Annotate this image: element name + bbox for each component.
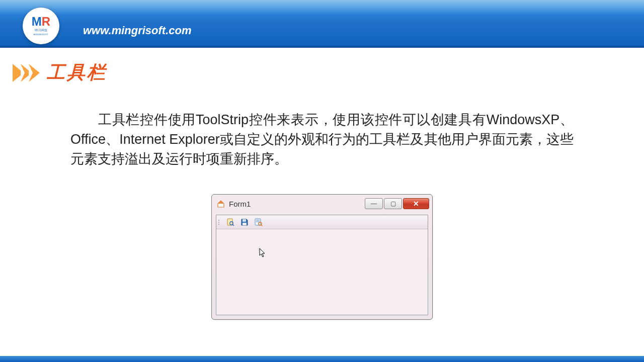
body-text-content: 工具栏控件使用ToolStrip控件来表示，使用该控件可以创建具有Windows… <box>70 112 574 166</box>
brand-logo: MR 明日科技 MINGRISOFT <box>23 8 59 44</box>
svg-line-9 <box>261 225 263 226</box>
svg-line-2 <box>232 224 234 226</box>
svg-rect-4 <box>243 223 247 225</box>
logo-letters: MR <box>32 16 50 28</box>
window-controls: — ▢ ✕ <box>364 198 429 209</box>
close-button[interactable]: ✕ <box>403 198 429 209</box>
search-document-icon[interactable] <box>224 217 236 228</box>
toolstrip-grip-icon[interactable] <box>218 220 221 225</box>
app-icon <box>217 200 225 208</box>
page-header: MR 明日科技 MINGRISOFT www.mingrisoft.com <box>0 0 644 48</box>
window-client-area <box>216 215 428 315</box>
window-title: Form1 <box>229 200 364 208</box>
cursor-icon <box>259 248 266 258</box>
chevron-decor-icon <box>13 64 37 82</box>
maximize-button[interactable]: ▢ <box>384 198 402 209</box>
footer-bar <box>0 356 644 362</box>
logo-chinese: 明日科技 <box>35 28 48 33</box>
svg-rect-3 <box>243 219 246 222</box>
minimize-button[interactable]: — <box>365 198 383 209</box>
section-title: 工具栏 <box>47 60 107 85</box>
window-titlebar: Form1 — ▢ ✕ <box>212 195 432 213</box>
body-paragraph: 工具栏控件使用ToolStrip控件来表示，使用该控件可以创建具有Windows… <box>70 110 574 169</box>
site-url: www.mingrisoft.com <box>83 24 192 37</box>
save-icon[interactable] <box>238 217 251 228</box>
logo-english: MINGRISOFT <box>34 34 49 36</box>
toolstrip <box>216 215 428 229</box>
example-window: Form1 — ▢ ✕ <box>211 194 433 320</box>
page-search-icon[interactable] <box>253 217 265 228</box>
section-title-row: 工具栏 <box>13 60 644 85</box>
